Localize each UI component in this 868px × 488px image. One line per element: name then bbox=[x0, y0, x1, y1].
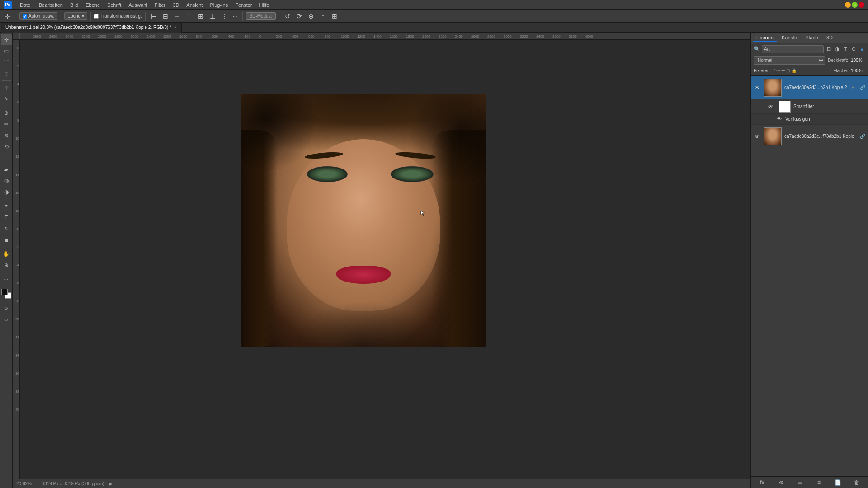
add-mask-button[interactable]: ▭ bbox=[796, 478, 805, 487]
menu-plugins[interactable]: Plug-ins bbox=[206, 1, 231, 9]
quick-select-tool-btn[interactable]: ⊡ bbox=[1, 68, 12, 79]
lock-position-icon[interactable]: ✛ bbox=[781, 68, 785, 73]
foreground-color[interactable] bbox=[1, 289, 8, 295]
menu-bearbeiten[interactable]: Bearbeiten bbox=[35, 1, 66, 9]
document-tab[interactable]: Unbenannt-1 bei 20,8% (ca7aedc30a2d3c90d… bbox=[1, 23, 182, 33]
minimize-button[interactable]: − bbox=[845, 2, 851, 8]
filter-visibility-icon[interactable]: 👁 bbox=[776, 116, 783, 122]
lock-pixels-icon[interactable]: ✏ bbox=[776, 68, 780, 73]
new-group-button[interactable]: ≡ bbox=[814, 478, 823, 487]
transform-checkbox[interactable] bbox=[94, 14, 99, 19]
crop-tool-btn[interactable]: ⊹ bbox=[1, 82, 12, 93]
pan-3d-icon[interactable]: ⊕ bbox=[306, 11, 316, 21]
blur-tool-btn[interactable]: ◍ bbox=[1, 175, 12, 186]
layer-item-1[interactable]: 👁 ca7aedc30a2d3...b2b1 Kopie 2 ▾ 🔗 bbox=[751, 76, 868, 99]
eyedropper-tool-btn[interactable]: ✎ bbox=[1, 94, 12, 104]
dodge-tool-btn[interactable]: ◑ bbox=[1, 187, 12, 197]
tab-close-button[interactable]: × bbox=[174, 25, 177, 30]
history-brush-tool-btn[interactable]: ⟲ bbox=[1, 141, 12, 152]
align-bottom-icon[interactable]: ⊥ bbox=[208, 11, 217, 21]
menu-3d[interactable]: 3D bbox=[169, 1, 183, 9]
menu-datei[interactable]: Datei bbox=[16, 1, 35, 9]
quick-mask-btn[interactable]: ⊙ bbox=[1, 303, 12, 314]
lock-artboard-icon[interactable]: ⊡ bbox=[786, 68, 790, 73]
tab-pfade[interactable]: Pfade bbox=[802, 34, 822, 42]
menu-ebene[interactable]: Ebene bbox=[82, 1, 104, 9]
layer-visibility-1[interactable]: 👁 bbox=[754, 84, 761, 91]
type-tool-btn[interactable]: T bbox=[1, 212, 12, 223]
align-top-icon[interactable]: ⊤ bbox=[184, 11, 194, 21]
ruler-tick: -2400 bbox=[64, 34, 73, 38]
zoom-3d-icon[interactable]: ⊞ bbox=[330, 11, 340, 21]
rotate-3d-icon[interactable]: ↺ bbox=[283, 11, 292, 21]
add-adjustment-button[interactable]: ⊕ bbox=[777, 478, 786, 487]
heal-tool-btn[interactable]: ⊕ bbox=[1, 108, 12, 118]
zoom-tool-btn[interactable]: ⊕ bbox=[1, 260, 12, 271]
vruler-tick: 28 bbox=[15, 300, 19, 303]
layer-item-2[interactable]: 👁 ca7aedc30a2d3c...f73db2b1 Kopie 🔗 bbox=[751, 125, 868, 148]
ruler-tick: 2800 bbox=[487, 34, 495, 38]
walk-3d-icon[interactable]: ↑ bbox=[318, 11, 328, 21]
align-right-icon[interactable]: ⊣ bbox=[172, 11, 182, 21]
tab-kanaele[interactable]: Kanäle bbox=[778, 34, 801, 42]
layers-filter-kind-icon[interactable]: ⊟ bbox=[826, 45, 832, 53]
align-center-v-icon[interactable]: ⊞ bbox=[196, 11, 206, 21]
smartfilter-row[interactable]: 👁 Smartfilter bbox=[751, 99, 868, 114]
layers-filter-type-icon[interactable]: T bbox=[842, 45, 849, 53]
ebene-button[interactable]: Ebene ▾ bbox=[64, 12, 87, 20]
move-tool-btn[interactable]: ✛ bbox=[1, 34, 12, 45]
lasso-tool-btn[interactable]: ⌒ bbox=[1, 57, 12, 68]
align-left-icon[interactable]: ⊢ bbox=[149, 11, 159, 21]
shape-tool-btn[interactable]: ◼ bbox=[1, 235, 12, 245]
menu-auswahl[interactable]: Auswahl bbox=[125, 1, 151, 9]
canvas-viewport[interactable] bbox=[20, 40, 750, 488]
distribute-icon[interactable]: ⋮ bbox=[219, 11, 229, 21]
3d-mode-button[interactable]: 3D-Modus: bbox=[246, 12, 276, 20]
color-swatches[interactable] bbox=[1, 289, 11, 299]
gradient-tool-btn[interactable]: ▰ bbox=[1, 164, 12, 175]
move-tool-icon[interactable]: ✛ bbox=[3, 11, 13, 21]
maximize-button[interactable]: □ bbox=[852, 2, 858, 8]
smartfilter-visibility[interactable]: 👁 bbox=[767, 103, 774, 110]
blend-mode-select[interactable]: Normal Multiplizieren Abwedeln bbox=[754, 56, 825, 65]
status-arrow[interactable]: ▶ bbox=[109, 481, 113, 486]
layer-expand-arrow[interactable]: ▾ bbox=[852, 85, 857, 90]
menu-schrift[interactable]: Schrift bbox=[104, 1, 125, 9]
path-select-tool-btn[interactable]: ↖ bbox=[1, 223, 12, 234]
extra-tools-btn[interactable]: ··· bbox=[1, 274, 12, 285]
menu-fenster[interactable]: Fenster bbox=[231, 1, 255, 9]
delete-layer-button[interactable]: 🗑 bbox=[852, 478, 861, 487]
fixieren-label: Fixieren: bbox=[754, 68, 771, 73]
close-button[interactable]: × bbox=[859, 2, 864, 8]
eraser-tool-btn[interactable]: ◻ bbox=[1, 153, 12, 164]
tab-ebenen[interactable]: Ebenen bbox=[753, 34, 777, 42]
lock-all-icon[interactable]: 🔒 bbox=[791, 68, 797, 73]
filter-verflussigen-row[interactable]: 👁 Verflüssigen bbox=[751, 114, 868, 125]
pen-tool-btn[interactable]: ✒ bbox=[1, 201, 12, 211]
layer-visibility-2[interactable]: 👁 bbox=[754, 133, 761, 140]
vruler-tick: 24 bbox=[15, 263, 19, 267]
lock-transparent-icon[interactable]: / bbox=[774, 68, 775, 73]
align-center-h-icon[interactable]: ⊟ bbox=[160, 11, 170, 21]
clone-stamp-tool-btn[interactable]: ⊛ bbox=[1, 130, 12, 141]
menu-ansicht[interactable]: Ansicht bbox=[183, 1, 206, 9]
layers-search-input[interactable] bbox=[762, 45, 824, 53]
auton-button[interactable]: Auton. ausw. bbox=[19, 12, 57, 20]
menu-bild[interactable]: Bild bbox=[66, 1, 82, 9]
layers-filter-smart-icon[interactable]: ⊕ bbox=[850, 45, 857, 53]
roll-3d-icon[interactable]: ⟳ bbox=[294, 11, 304, 21]
new-layer-button[interactable]: 📄 bbox=[833, 478, 842, 487]
tab-3d[interactable]: 3D bbox=[823, 34, 836, 42]
screen-mode-btn[interactable]: ▭ bbox=[1, 314, 12, 325]
layers-filter-adjust-icon[interactable]: ◑ bbox=[834, 45, 840, 53]
brush-tool-btn[interactable]: ✏ bbox=[1, 119, 12, 130]
vruler-tick: 26 bbox=[15, 282, 19, 285]
menu-filter[interactable]: Filter bbox=[151, 1, 169, 9]
layers-filter-toggle-icon[interactable]: ● bbox=[859, 45, 865, 53]
auton-checkbox[interactable] bbox=[23, 14, 27, 19]
menu-hilfe[interactable]: Hilfe bbox=[255, 1, 273, 9]
more-icon[interactable]: ··· bbox=[231, 13, 239, 19]
selection-rect-tool-btn[interactable]: ▭ bbox=[1, 46, 12, 56]
fx-button[interactable]: fx bbox=[758, 478, 767, 487]
hand-tool-btn[interactable]: ✋ bbox=[1, 249, 12, 259]
